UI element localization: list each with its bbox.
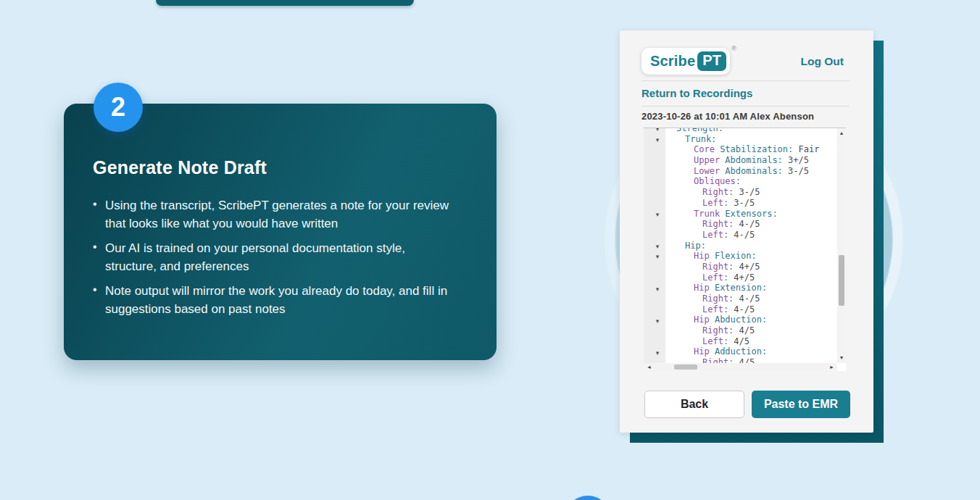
code-line: Hip Extension: xyxy=(665,283,837,293)
back-button[interactable]: Back xyxy=(644,391,744,418)
bullet-icon: • xyxy=(93,280,97,299)
bullet-text: Using the transcript, ScribePT generates… xyxy=(105,199,449,230)
code-token: Flexion: xyxy=(715,251,757,261)
bullet-item: •Our AI is trained on your personal docu… xyxy=(93,239,459,275)
divider xyxy=(641,80,850,81)
fold-arrow-icon[interactable]: ▾ xyxy=(653,349,662,357)
scrollbar-corner xyxy=(837,363,846,371)
code-token: 4-/5 xyxy=(728,230,755,240)
code-line: Right: 3-/5 xyxy=(665,187,837,198)
code-token: Right: xyxy=(702,357,734,363)
code-token: Lower xyxy=(694,166,725,176)
code-line: Obliques: xyxy=(665,176,837,187)
step-number-badge: 2 xyxy=(94,83,143,132)
code-token: Hip: xyxy=(685,241,706,251)
code-line: Right: 4+/5 xyxy=(665,262,837,272)
bullet-icon: • xyxy=(93,195,97,213)
return-to-recordings-link[interactable]: Return to Recordings xyxy=(641,87,752,99)
code-line: Core Stabilization: Fair xyxy=(665,144,837,155)
fold-arrow-icon[interactable]: ▾ xyxy=(653,285,662,293)
code-line: Left: 4-/5 xyxy=(665,230,837,241)
code-token: Hip xyxy=(694,283,715,293)
scroll-left-icon[interactable]: ◄ xyxy=(647,364,652,370)
code-line: Hip Adduction: xyxy=(665,346,837,357)
code-token: Right: xyxy=(702,325,734,336)
code-token: Fair xyxy=(793,144,819,154)
code-token: 4/5 xyxy=(728,336,749,346)
code-token: Obliques: xyxy=(694,176,741,186)
editor-gutter: ▾▾▾▾▾▾▾▾ xyxy=(644,128,665,363)
note-editor[interactable]: ▾▾▾▾▾▾▾▾ Strength:Trunk:Core Stabilizati… xyxy=(644,128,846,371)
code-line: Strength: xyxy=(665,128,837,134)
code-line: Right: 4-/5 xyxy=(665,219,837,230)
code-token: Abdominals: xyxy=(725,166,782,176)
scroll-up-icon[interactable]: ▲ xyxy=(837,130,846,136)
fold-arrow-icon[interactable]: ▾ xyxy=(653,128,662,133)
code-token: Left: xyxy=(702,230,728,240)
registered-trademark-icon: ® xyxy=(731,45,736,52)
vertical-scrollbar-thumb[interactable] xyxy=(839,255,844,306)
code-token: 4+/5 xyxy=(734,262,760,272)
page: 2 Generate Note Draft •Using the transcr… xyxy=(0,0,980,500)
code-token: Abduction: xyxy=(715,314,767,325)
code-token: 4-/5 xyxy=(734,219,760,229)
code-token: Trunk: xyxy=(685,134,716,144)
logo-pt-badge: PT xyxy=(697,51,726,71)
fold-arrow-icon[interactable]: ▾ xyxy=(653,317,662,325)
scroll-right-icon[interactable]: ► xyxy=(829,364,834,370)
divider xyxy=(641,106,850,107)
code-token: Extension: xyxy=(715,283,767,293)
recording-title: 2023-10-26 at 10:01 AM Alex Abenson xyxy=(641,111,814,122)
log-out-link[interactable]: Log Out xyxy=(801,55,844,68)
fold-arrow-icon[interactable]: ▾ xyxy=(653,210,662,219)
code-line: Lower Abdominals: 3-/5 xyxy=(665,166,837,177)
paste-to-emr-button[interactable]: Paste to EMR xyxy=(752,391,850,418)
fold-arrow-icon[interactable]: ▾ xyxy=(653,252,662,261)
code-token: 3-/5 xyxy=(783,166,809,176)
code-token: Left: xyxy=(702,198,728,208)
code-token: Left: xyxy=(702,272,728,283)
code-token: 3+/5 xyxy=(783,155,809,165)
fold-arrow-icon[interactable]: ▾ xyxy=(653,242,662,251)
previous-step-card-edge xyxy=(156,0,414,6)
code-token: 3-/5 xyxy=(728,198,755,208)
bullet-list: •Using the transcript, ScribePT generate… xyxy=(93,196,470,325)
code-token: 4-/5 xyxy=(734,293,760,304)
scroll-down-icon[interactable]: ▼ xyxy=(837,355,846,361)
fold-arrow-icon[interactable]: ▾ xyxy=(653,136,662,144)
bullet-text: Note output will mirror the work you alr… xyxy=(105,284,447,316)
code-line: Trunk Extensors: xyxy=(665,209,837,220)
bullet-text: Our AI is trained on your personal docum… xyxy=(105,241,405,273)
code-token: Right: xyxy=(702,219,734,229)
code-line: Trunk: xyxy=(665,134,837,145)
step-title: Generate Note Draft xyxy=(93,157,267,178)
logo-scribe-text: Scribe xyxy=(650,53,695,70)
horizontal-scrollbar-thumb[interactable] xyxy=(674,364,697,370)
button-row: Back Paste to EMR xyxy=(644,391,850,418)
scribept-logo: Scribe PT ® xyxy=(641,48,730,75)
code-token: Adduction: xyxy=(715,346,767,357)
code-token: Right: xyxy=(702,262,734,272)
code-token: Stabilization: xyxy=(720,144,793,154)
code-token: Hip xyxy=(694,251,715,261)
code-token: 4/5 xyxy=(734,357,755,363)
code-line: Right: 4-/5 xyxy=(665,293,837,304)
code-line: Hip: xyxy=(665,241,837,251)
code-line: Hip Flexion: xyxy=(665,251,837,262)
next-step-number-circle xyxy=(565,496,611,500)
horizontal-scrollbar[interactable]: ◄ ► xyxy=(644,363,837,371)
vertical-scrollbar[interactable]: ▲ ▼ xyxy=(837,128,846,363)
code-token: Core xyxy=(694,144,720,154)
code-line: Right: 4/5 xyxy=(665,325,837,336)
code-token: 4/5 xyxy=(734,325,755,336)
editor-code-area[interactable]: Strength:Trunk:Core Stabilization: FairU… xyxy=(665,128,837,363)
code-token: 4+/5 xyxy=(728,272,755,283)
code-line: Left: 3-/5 xyxy=(665,198,837,209)
code-token: Trunk xyxy=(694,209,725,219)
code-token: Right: xyxy=(702,187,734,197)
code-token: Right: xyxy=(702,293,734,304)
code-line: Left: 4-/5 xyxy=(665,304,837,315)
code-token: 4-/5 xyxy=(728,304,755,314)
code-line: Upper Abdominals: 3+/5 xyxy=(665,155,837,166)
code-token: Upper xyxy=(694,155,725,165)
